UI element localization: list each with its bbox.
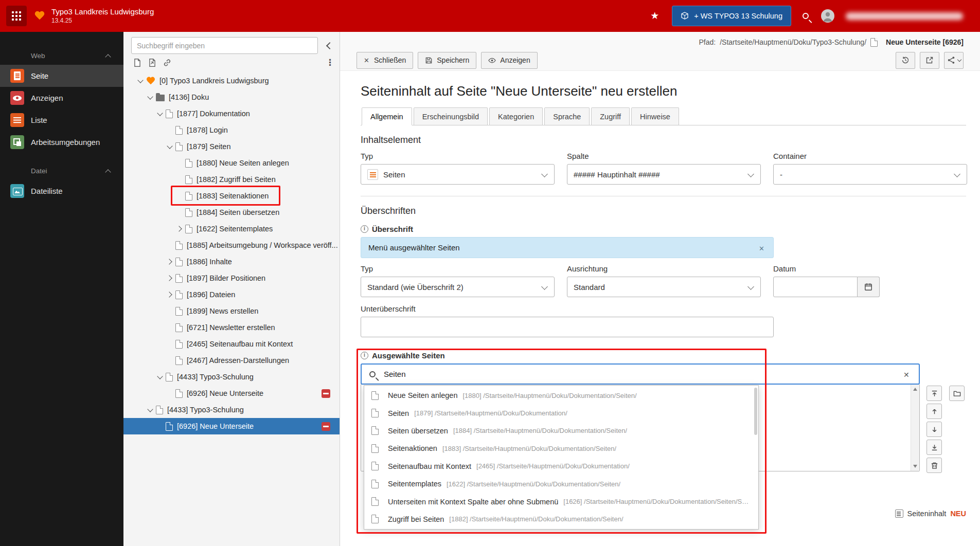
open-in-new-button[interactable]	[920, 52, 939, 69]
remove-item-button[interactable]	[926, 458, 942, 473]
tree-expander-icon[interactable]	[166, 356, 175, 366]
tree-node[interactable]: [1622] Seitentemplates	[123, 221, 340, 237]
new-link-page-icon[interactable]	[163, 58, 172, 67]
tree-node[interactable]: [2467] Adressen-Darstellungen	[123, 352, 340, 369]
tree-expander-icon[interactable]	[175, 224, 185, 234]
tree-expander-icon[interactable]	[166, 339, 175, 349]
move-up-button[interactable]	[926, 404, 942, 419]
typ-select[interactable]: Seiten	[361, 164, 555, 185]
tree-search-input[interactable]	[131, 37, 318, 54]
module-menu-row[interactable]: Web	[0, 46, 123, 65]
ausrichtung-select[interactable]: Standard	[567, 277, 761, 297]
module-menu-row[interactable]: Anzeigen	[0, 87, 123, 109]
save-button[interactable]: Speichern	[418, 52, 476, 69]
tree-expander-icon[interactable]	[146, 93, 156, 102]
tree-node[interactable]: [1879] Seiten	[123, 138, 340, 155]
tree-node[interactable]: [1877] Dokumentation	[123, 105, 340, 122]
tree-expander-icon[interactable]	[175, 158, 185, 168]
tree-node[interactable]: [6926] Neue Unterseite	[123, 385, 340, 402]
suggest-result-item[interactable]: Seitenaufbau mit Kontext [2465] /Startse…	[364, 458, 758, 475]
listbox-scrollbar[interactable]	[911, 385, 919, 471]
tree-expander-icon[interactable]	[175, 175, 185, 185]
tree-expander-icon[interactable]	[166, 142, 175, 152]
ueberschrift-typ-select[interactable]: Standard (wie Überschrift 2)	[361, 277, 555, 297]
tree-node[interactable]: [1897] Bilder Positionen	[123, 270, 340, 286]
suggest-result-item[interactable]: Seiten übersetzen [1884] /Startseite/Hau…	[364, 422, 758, 440]
bookmark-star-icon[interactable]	[650, 11, 661, 21]
search-icon[interactable]	[803, 13, 809, 19]
datepicker-button[interactable]	[858, 277, 880, 297]
form-tab[interactable]: Zugriff	[591, 107, 630, 125]
clear-search-icon[interactable]	[903, 370, 911, 378]
tree-node[interactable]: [1878] Login	[123, 122, 340, 138]
history-button[interactable]	[896, 52, 915, 69]
module-menu-row[interactable]: Datei	[0, 161, 123, 180]
page-suggest-input[interactable]	[384, 370, 896, 378]
module-menu-row[interactable]: Liste	[0, 109, 123, 131]
view-button[interactable]: Anzeigen	[481, 52, 537, 69]
tree-node[interactable]: [1882] Zugriff bei Seiten	[123, 171, 340, 188]
browse-records-button[interactable]	[949, 386, 965, 401]
new-page-icon[interactable]	[133, 58, 142, 67]
tree-node[interactable]: [1886] Inhalte	[123, 253, 340, 270]
collapse-tree-icon[interactable]	[324, 41, 333, 51]
tree-node[interactable]: [1885] Arbeitsumgebung / Workspace veröf…	[123, 237, 340, 253]
tree-expander-icon[interactable]	[166, 125, 175, 135]
new-shortcut-page-icon[interactable]	[148, 58, 157, 67]
tree-node[interactable]: [4433] Typo3-Schulung	[123, 402, 340, 418]
tree-node[interactable]: [6721] Newsletter erstellen	[123, 319, 340, 336]
tree-expander-icon[interactable]	[166, 274, 175, 283]
share-button[interactable]	[944, 52, 964, 69]
username-redacted[interactable]	[846, 12, 963, 20]
tree-expander-icon[interactable]	[136, 76, 146, 86]
suggest-result-item[interactable]: Seitentemplates [1622] /Startseite/Haupt…	[364, 475, 758, 493]
tree-expander-icon[interactable]	[166, 257, 175, 267]
suggest-result-item[interactable]: Seitenaktionen [1883] /Startseite/Hauptm…	[364, 440, 758, 457]
spalte-select[interactable]: ##### Hauptinhalt #####	[567, 164, 761, 185]
module-menu-row[interactable]: Dateiliste	[0, 180, 123, 202]
tree-node[interactable]: [6926] Neue Unterseite	[123, 418, 340, 434]
move-down-button[interactable]	[926, 422, 942, 437]
unterueberschrift-input[interactable]	[361, 317, 774, 337]
user-avatar[interactable]	[821, 9, 834, 23]
tree-expander-icon[interactable]	[166, 306, 175, 316]
tree-node[interactable]: [0] Typo3 Landkreis Ludwigsburg	[123, 72, 340, 89]
tree-expander-icon[interactable]	[175, 208, 185, 217]
form-tab[interactable]: Sprache	[544, 107, 590, 125]
tree-expander-icon[interactable]	[175, 191, 185, 201]
suggest-result-item[interactable]: Neue Seiten anlegen [1880] /Startseite/H…	[364, 387, 758, 404]
form-tab[interactable]: Kategorien	[489, 107, 543, 125]
tree-node[interactable]: [1884] Seiten übersetzen	[123, 204, 340, 221]
tree-expander-icon[interactable]	[166, 241, 175, 250]
module-menu-row[interactable]: Arbeitsumgebungen	[0, 131, 123, 153]
form-tab[interactable]: Erscheinungsbild	[414, 107, 488, 125]
datum-input[interactable]	[773, 277, 858, 297]
tree-node[interactable]: [4136] Doku	[123, 89, 340, 105]
clear-ueberschrift-icon[interactable]	[759, 244, 766, 252]
ueberschrift-field[interactable]: Menü ausgewählter Seiten	[361, 237, 774, 258]
suggest-result-item[interactable]: Unterseiten mit Kontext Spalte aber ohne…	[364, 493, 758, 510]
tree-node[interactable]: [1883] Seitenaktionen	[123, 188, 340, 204]
form-tab[interactable]: Hinweise	[631, 107, 679, 125]
workspace-button[interactable]: + WS TYPO3 13 Schulung	[672, 6, 791, 26]
tree-expander-icon[interactable]	[156, 422, 166, 431]
module-menu-row[interactable]: Seite	[0, 65, 123, 87]
module-grid-button[interactable]	[6, 6, 27, 26]
form-tab[interactable]: Allgemein	[362, 107, 412, 125]
tree-expander-icon[interactable]	[166, 389, 175, 398]
suggest-result-item[interactable]: Zugriff bei Seiten [1882] /Startseite/Ha…	[364, 511, 758, 528]
tree-node[interactable]: [1896] Dateien	[123, 286, 340, 303]
tree-expander-icon[interactable]	[166, 323, 175, 333]
tree-actions-menu-icon[interactable]	[323, 58, 331, 67]
tree-expander-icon[interactable]	[156, 372, 166, 382]
tree-expander-icon[interactable]	[146, 405, 156, 415]
tree-expander-icon[interactable]	[156, 109, 166, 119]
close-button[interactable]: Schließen	[357, 52, 413, 69]
tree-expander-icon[interactable]	[166, 290, 175, 300]
container-select[interactable]: -	[773, 164, 967, 185]
tree-node[interactable]: [2465] Seitenaufbau mit Kontext	[123, 336, 340, 352]
suggest-result-item[interactable]: Seiten [1879] /Startseite/Hauptmenü/Doku…	[364, 404, 758, 422]
move-to-bottom-button[interactable]	[926, 440, 942, 455]
tree-node[interactable]: [4433] Typo3-Schulung	[123, 369, 340, 385]
tree-node[interactable]: [1899] News erstellen	[123, 303, 340, 319]
